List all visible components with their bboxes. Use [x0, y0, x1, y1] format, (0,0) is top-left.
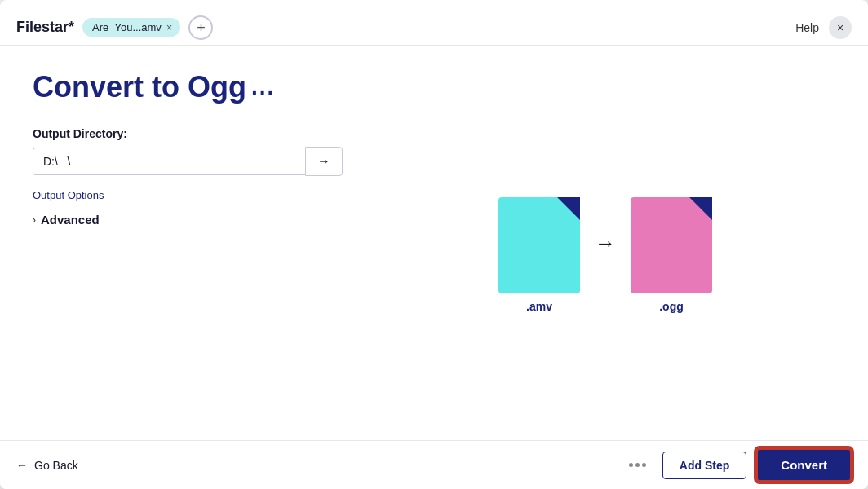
- back-button[interactable]: ← Go Back: [16, 459, 78, 472]
- tab-close-icon[interactable]: ×: [166, 22, 173, 33]
- close-icon: ×: [837, 21, 844, 34]
- dot-1: [629, 463, 633, 467]
- conversion-visual: .amv → .ogg: [498, 197, 712, 313]
- right-panel: .amv → .ogg: [375, 70, 835, 424]
- add-icon: +: [197, 20, 206, 35]
- page-title-text: Convert to Ogg: [33, 70, 246, 104]
- output-directory-row: →: [33, 147, 343, 176]
- output-directory-input[interactable]: [33, 148, 305, 175]
- more-options-button[interactable]: [622, 460, 653, 470]
- app-title: Filestar*: [16, 19, 74, 36]
- output-options-link[interactable]: Output Options: [33, 189, 104, 201]
- close-button[interactable]: ×: [829, 16, 852, 39]
- app-window: Filestar* Are_You...amv × + Help × Conve…: [0, 0, 868, 489]
- left-panel: Convert to Ogg ... Output Directory: → O…: [33, 70, 343, 424]
- add-step-button[interactable]: Add Step: [662, 452, 746, 479]
- title-bar: Filestar* Are_You...amv × + Help ×: [0, 0, 868, 46]
- arrow-right-icon: →: [317, 154, 330, 169]
- dot-2: [636, 463, 640, 467]
- convert-button[interactable]: Convert: [756, 448, 852, 482]
- help-button[interactable]: Help: [795, 21, 819, 34]
- main-content: Convert to Ogg ... Output Directory: → O…: [0, 46, 868, 440]
- title-bar-right: Help ×: [795, 16, 852, 39]
- target-file-ext: .ogg: [659, 300, 684, 313]
- add-tab-button[interactable]: +: [188, 15, 213, 40]
- advanced-section[interactable]: › Advanced: [33, 213, 343, 227]
- target-file-icon: [631, 197, 712, 293]
- page-title-dots: ...: [251, 74, 275, 100]
- target-file-card: .ogg: [631, 197, 712, 313]
- back-arrow-icon: ←: [16, 459, 28, 472]
- output-directory-label: Output Directory:: [33, 127, 343, 140]
- page-title: Convert to Ogg ...: [33, 70, 343, 104]
- browse-directory-button[interactable]: →: [305, 147, 343, 176]
- target-file-body: [631, 197, 712, 293]
- advanced-label: Advanced: [41, 213, 100, 227]
- source-file-ext: .amv: [526, 300, 552, 313]
- file-tab[interactable]: Are_You...amv ×: [82, 18, 180, 37]
- back-button-label: Go Back: [34, 459, 78, 472]
- bottom-bar: ← Go Back Add Step Convert: [0, 440, 868, 489]
- source-file-icon: [498, 197, 580, 293]
- conversion-arrow-icon: →: [595, 231, 616, 256]
- tab-label: Are_You...amv: [92, 21, 162, 33]
- title-bar-left: Filestar* Are_You...amv × +: [16, 15, 213, 40]
- bottom-right: Add Step Convert: [622, 448, 852, 482]
- source-file-card: .amv: [498, 197, 580, 313]
- chevron-right-icon: ›: [33, 214, 36, 226]
- source-file-body: [498, 197, 580, 293]
- dot-3: [642, 463, 646, 467]
